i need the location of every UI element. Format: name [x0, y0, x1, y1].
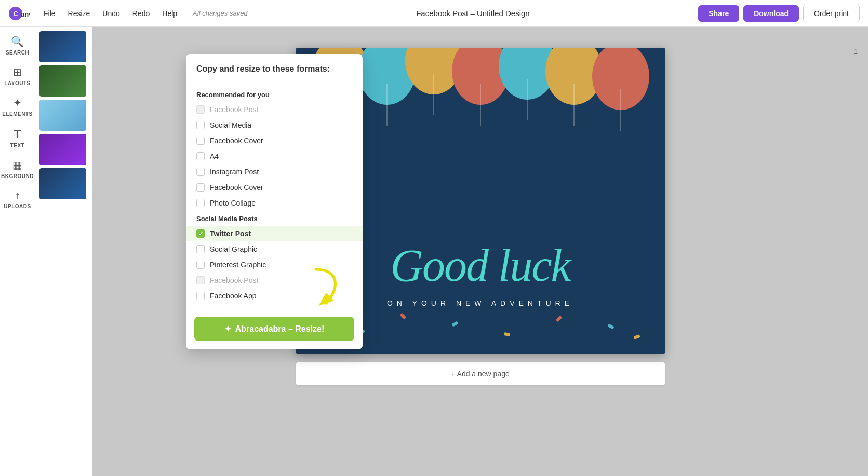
resize-item-twitter[interactable]: Twitter Post — [186, 226, 363, 241]
resize-item-fb-cover[interactable]: Facebook Cover — [186, 133, 363, 148]
resize-popup-header: Copy and resize to these formats: — [186, 54, 363, 80]
page-number: 1 — [854, 48, 858, 56]
label-fb-cover-2: Facebook Cover — [210, 183, 263, 192]
label-fb-post-social: Facebook Post — [210, 276, 258, 284]
confetti-3 — [399, 313, 406, 320]
confetti-8 — [633, 334, 640, 339]
sidebar-item-text[interactable]: T TEXT — [2, 123, 33, 153]
template-thumb-1[interactable] — [39, 31, 86, 62]
resize-item-fb-post-rec[interactable]: Facebook Post — [186, 102, 363, 117]
nav-actions: Share Download Order print — [698, 5, 860, 22]
sidebar-text-label: TEXT — [10, 143, 25, 148]
doc-title: Facebook Post – Untitled Design — [416, 9, 529, 18]
resize-item-fb-post-social[interactable]: Facebook Post — [186, 273, 363, 288]
download-button[interactable]: Download — [743, 5, 799, 22]
search-icon: 🔍 — [11, 35, 24, 48]
canva-logo[interactable]: C anva — [8, 6, 30, 21]
elements-icon: ✦ — [13, 97, 22, 109]
sidebar-background-label: BKGROUND — [1, 173, 34, 179]
resize-item-fb-cover-2[interactable]: Facebook Cover — [186, 180, 363, 195]
sidebar-uploads-label: UPLOADS — [4, 203, 31, 209]
label-social-graphic: Social Graphic — [210, 245, 257, 253]
sidebar-item-uploads[interactable]: ↑ UPLOADS — [2, 185, 33, 213]
resize-button[interactable]: ✦ Abracadabra – Resize! — [194, 317, 354, 341]
template-thumb-4[interactable] — [39, 134, 86, 165]
checkbox-photo-collage[interactable] — [196, 199, 205, 207]
resize-item-a4[interactable]: A4 — [186, 148, 363, 164]
template-panel — [35, 27, 92, 476]
sidebar-item-layouts[interactable]: ⊞ LAYOUTS — [2, 62, 33, 90]
sidebar-item-elements[interactable]: ✦ ELEMENTS — [2, 92, 33, 121]
template-thumb-5[interactable] — [39, 168, 86, 199]
checkbox-facebook-app[interactable] — [196, 292, 205, 300]
label-fb-post-rec: Facebook Post — [210, 105, 258, 114]
template-thumb-2[interactable] — [39, 65, 86, 97]
sidebar-search-label: SEARCH — [6, 50, 29, 56]
confetti-6 — [555, 316, 562, 322]
section-social-media: Social Media Posts — [186, 211, 363, 226]
resize-button-icon: ✦ — [224, 324, 231, 334]
label-pinterest: Pinterest Graphic — [210, 261, 266, 269]
order-print-button[interactable]: Order print — [803, 5, 860, 22]
resize-popup-footer: ✦ Abracadabra – Resize! — [186, 310, 363, 349]
add-page-label: + Add a new page — [451, 370, 510, 378]
label-social-media: Social Media — [210, 121, 251, 129]
saved-status: All changes saved — [193, 9, 248, 17]
checkbox-social-media[interactable] — [196, 121, 205, 129]
svg-text:anva: anva — [21, 10, 30, 18]
resize-item-pinterest[interactable]: Pinterest Graphic — [186, 257, 363, 273]
confetti-7 — [607, 323, 614, 329]
nav-center: Facebook Post – Untitled Design — [248, 9, 699, 18]
section-recommended: Recommended for you — [186, 87, 363, 102]
top-nav: C anva File Resize Undo Redo Help All ch… — [0, 0, 868, 27]
resize-popup: Copy and resize to these formats: Recomm… — [186, 54, 363, 349]
resize-popup-body: Recommended for you Facebook Post Social… — [186, 80, 363, 310]
label-photo-collage: Photo Collage — [210, 199, 256, 207]
checkbox-instagram[interactable] — [196, 168, 205, 176]
text-icon: T — [14, 127, 21, 141]
label-facebook-app: Facebook App — [210, 292, 257, 300]
background-icon: ▦ — [12, 159, 22, 171]
balloon-7 — [592, 48, 649, 110]
sidebar-item-background[interactable]: ▦ BKGROUND — [2, 155, 33, 183]
resize-menu[interactable]: Resize — [63, 6, 96, 21]
undo-menu[interactable]: Undo — [97, 6, 125, 21]
label-fb-cover: Facebook Cover — [210, 137, 263, 145]
checkbox-a4[interactable] — [196, 152, 205, 160]
checkbox-twitter[interactable] — [196, 229, 205, 238]
label-a4: A4 — [210, 152, 219, 160]
checkbox-fb-post-social[interactable] — [196, 276, 205, 284]
canvas-area: Copy and resize to these formats: Recomm… — [92, 27, 868, 476]
checkbox-pinterest[interactable] — [196, 261, 205, 269]
checkbox-fb-post-rec[interactable] — [196, 105, 205, 114]
label-instagram: Instagram Post — [210, 168, 259, 176]
sidebar-elements-label: ELEMENTS — [2, 111, 32, 117]
sidebar-item-search[interactable]: 🔍 SEARCH — [2, 31, 33, 60]
resize-item-photo-collage[interactable]: Photo Collage — [186, 195, 363, 211]
checkbox-fb-cover[interactable] — [196, 137, 205, 145]
add-page-bar[interactable]: + Add a new page — [296, 362, 665, 385]
redo-menu[interactable]: Redo — [127, 6, 155, 21]
uploads-icon: ↑ — [15, 189, 20, 201]
confetti-4 — [451, 321, 458, 327]
resize-popup-title: Copy and resize to these formats: — [196, 64, 330, 73]
resize-item-facebook-app[interactable]: Facebook App — [186, 288, 363, 304]
resize-item-social-media[interactable]: Social Media — [186, 117, 363, 133]
resize-button-label: Abracadabra – Resize! — [235, 324, 325, 334]
left-sidebar: 🔍 SEARCH ⊞ LAYOUTS ✦ ELEMENTS T TEXT ▦ B… — [0, 27, 35, 476]
main-body: 🔍 SEARCH ⊞ LAYOUTS ✦ ELEMENTS T TEXT ▦ B… — [0, 27, 868, 476]
share-button[interactable]: Share — [698, 5, 739, 22]
label-twitter: Twitter Post — [210, 229, 251, 238]
help-menu[interactable]: Help — [157, 6, 182, 21]
layouts-icon: ⊞ — [13, 66, 22, 78]
resize-item-social-graphic[interactable]: Social Graphic — [186, 241, 363, 257]
file-menu[interactable]: File — [38, 6, 61, 21]
nav-menu: File Resize Undo Redo Help All changes s… — [38, 6, 248, 21]
svg-text:C: C — [14, 10, 18, 18]
template-thumb-3[interactable] — [39, 100, 86, 131]
sidebar-layouts-label: LAYOUTS — [4, 80, 30, 86]
checkbox-fb-cover-2[interactable] — [196, 183, 205, 192]
resize-item-instagram[interactable]: Instagram Post — [186, 164, 363, 180]
confetti-5 — [503, 332, 510, 336]
checkbox-social-graphic[interactable] — [196, 245, 205, 253]
